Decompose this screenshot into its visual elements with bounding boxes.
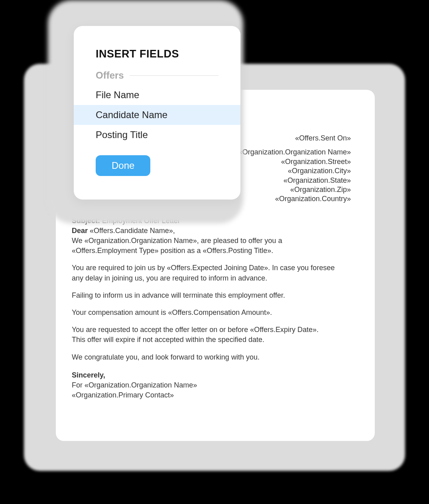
paragraph-terminate: Failing to inform us in advance will ter… xyxy=(72,291,351,300)
letter-body: Subject: Employment Offer Letter Dear «O… xyxy=(72,216,351,401)
signoff-primary-contact: «Organization.Primary Contact» xyxy=(72,390,351,400)
field-item-file-name[interactable]: File Name xyxy=(74,85,240,105)
field-item-candidate-name[interactable]: Candidate Name xyxy=(74,105,240,125)
popover-section-label: Offers xyxy=(96,70,124,81)
paragraph-expiry-line1: You are requested to accept the offer le… xyxy=(72,326,319,334)
salutation-label: Dear xyxy=(72,227,88,235)
signoff-sincerely: Sincerely, xyxy=(72,370,351,380)
paragraph-intro-line1: We «Organization.Organization Name», are… xyxy=(72,236,351,246)
paragraph-intro-line2: «Offers.Employment Type» position as a «… xyxy=(72,246,351,256)
popover-section-header: Offers xyxy=(74,67,240,85)
field-item-posting-title[interactable]: Posting Title xyxy=(74,125,240,145)
insert-fields-popover: INSERT FIELDS Offers File Name Candidate… xyxy=(74,26,240,200)
paragraph-expiry-line2: This offer will expire if not accepted w… xyxy=(72,336,264,344)
popover-title: INSERT FIELDS xyxy=(74,48,240,67)
popover-section-rule xyxy=(130,75,218,76)
paragraph-compensation: Your compensation amount is «Offers.Comp… xyxy=(72,308,351,318)
salutation-candidate-name: «Offers.Candidate Name», xyxy=(90,227,175,235)
paragraph-joining-line1: You are required to join us by «Offers.E… xyxy=(72,264,335,272)
paragraph-congrats: We congratulate you, and look forward to… xyxy=(72,352,351,362)
paragraph-joining-line2: any delay in joining us, you are require… xyxy=(72,274,267,282)
done-button[interactable]: Done xyxy=(96,155,150,176)
signoff-for-org: For «Organization.Organization Name» xyxy=(72,380,351,390)
